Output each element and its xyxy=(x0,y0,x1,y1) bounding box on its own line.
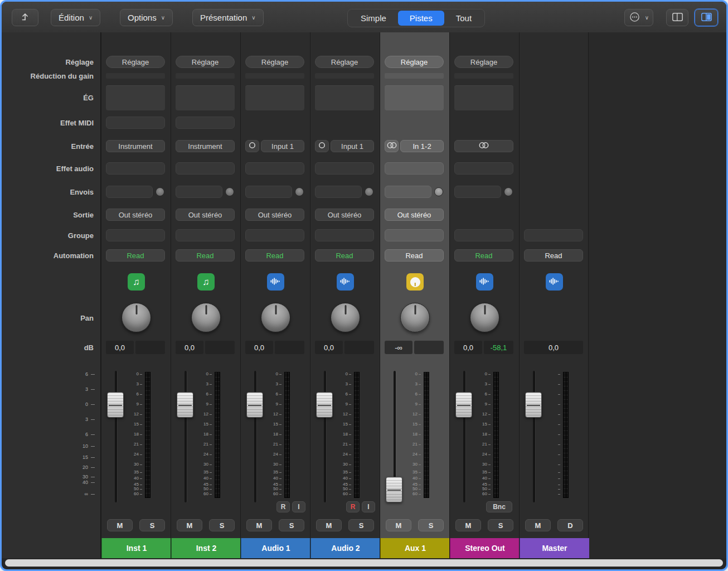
right-pane-toggle-button[interactable] xyxy=(695,9,718,26)
solo-button[interactable]: S xyxy=(279,519,304,531)
volume-db-field[interactable]: 0,0 xyxy=(524,341,583,354)
group-slot[interactable] xyxy=(106,229,165,241)
volume-db-field[interactable]: 0,0 xyxy=(106,341,134,354)
send-level-knob[interactable] xyxy=(365,187,373,196)
channel-settings-button[interactable]: Réglage xyxy=(245,56,304,68)
segment-tout[interactable]: Tout xyxy=(444,11,483,26)
mute-button[interactable]: M xyxy=(177,519,202,531)
left-pane-toggle-button[interactable] xyxy=(666,9,688,26)
record-enable-button[interactable]: R xyxy=(346,501,360,512)
channel-strip-aux-1[interactable]: RéglageIn 1-2Out stéréoRead-∞03691215182… xyxy=(380,32,449,558)
track-name-plate[interactable]: Inst 1 xyxy=(101,538,171,558)
volume-db-field[interactable]: -∞ xyxy=(385,341,412,354)
pan-knob[interactable] xyxy=(470,303,499,332)
channel-settings-button[interactable]: Réglage xyxy=(454,56,513,68)
channel-strip-inst-2[interactable]: RéglageInstrumentOut stéréoRead♫0,003691… xyxy=(171,32,240,558)
input-monitor-button[interactable]: I xyxy=(292,501,305,512)
channel-settings-button[interactable]: Réglage xyxy=(315,56,374,68)
audio-effect-slot[interactable] xyxy=(315,162,374,175)
peak-level-field[interactable] xyxy=(344,341,374,354)
up-arrow-button[interactable] xyxy=(12,9,38,26)
audio-effect-slot[interactable] xyxy=(106,162,165,175)
eq-display-slot[interactable] xyxy=(176,85,235,110)
output-slot[interactable]: Out stéréo xyxy=(106,209,165,221)
track-icon[interactable] xyxy=(406,273,424,291)
eq-display-slot[interactable] xyxy=(245,85,304,110)
track-name-plate[interactable]: Master xyxy=(520,538,589,558)
input-slot[interactable]: Input 1 xyxy=(331,140,374,152)
output-slot[interactable]: Out stéréo xyxy=(315,209,374,221)
mute-button[interactable]: M xyxy=(107,519,133,531)
input-format-button[interactable] xyxy=(245,140,259,152)
track-icon[interactable] xyxy=(476,273,493,291)
eq-display-slot[interactable] xyxy=(315,85,374,110)
send-slot[interactable] xyxy=(176,186,222,198)
input-monitor-button[interactable]: I xyxy=(362,501,375,512)
eq-display-slot[interactable] xyxy=(385,85,444,110)
automation-mode-button[interactable]: Read xyxy=(106,249,165,262)
track-name-plate[interactable]: Audio 1 xyxy=(241,538,310,558)
input-format-button[interactable] xyxy=(385,140,399,152)
track-name-plate[interactable]: Audio 2 xyxy=(310,538,380,558)
input-slot[interactable] xyxy=(454,140,513,152)
input-slot[interactable]: Instrument xyxy=(106,140,165,152)
channel-settings-button[interactable]: Réglage xyxy=(176,56,235,68)
dim-button[interactable]: D xyxy=(557,519,583,531)
channel-settings-button[interactable]: Réglage xyxy=(106,56,165,68)
peak-level-field[interactable] xyxy=(414,341,444,354)
menu-button-pr-sentation[interactable]: Présentation∨ xyxy=(192,9,264,26)
channel-strip-audio-2[interactable]: RéglageInput 1Out stéréoRead0,0036912151… xyxy=(310,32,380,558)
send-level-knob[interactable] xyxy=(225,187,234,196)
mute-button[interactable]: M xyxy=(246,519,272,531)
fader-handle[interactable] xyxy=(177,392,193,418)
track-name-plate[interactable]: Aux 1 xyxy=(380,538,450,558)
fader-handle[interactable] xyxy=(525,392,542,418)
send-level-knob[interactable] xyxy=(504,187,513,196)
channel-strip-stereo-out[interactable]: RéglageRead0,0-58,1036912151821243035404… xyxy=(449,32,519,558)
peak-level-field[interactable] xyxy=(275,341,304,354)
segment-pistes[interactable]: Pistes xyxy=(398,11,444,26)
audio-effect-slot[interactable] xyxy=(385,162,444,175)
group-slot[interactable] xyxy=(315,229,374,241)
midi-effect-slot[interactable] xyxy=(106,117,165,129)
send-level-knob[interactable] xyxy=(156,187,164,196)
input-slot[interactable]: Instrument xyxy=(176,140,235,152)
track-name-plate[interactable]: Inst 2 xyxy=(171,538,241,558)
fader-handle[interactable] xyxy=(386,477,402,502)
fader-handle[interactable] xyxy=(246,392,263,418)
mute-button[interactable]: M xyxy=(316,519,342,531)
fader-handle[interactable] xyxy=(107,392,124,418)
solo-button[interactable]: S xyxy=(418,519,444,531)
send-level-knob[interactable] xyxy=(295,187,304,196)
input-slot[interactable]: In 1-2 xyxy=(400,140,444,152)
solo-button[interactable]: S xyxy=(488,519,513,531)
menu-button-dition[interactable]: Édition∨ xyxy=(51,9,100,26)
mute-button[interactable]: M xyxy=(455,519,481,531)
group-slot[interactable] xyxy=(454,229,513,241)
volume-db-field[interactable]: 0,0 xyxy=(454,341,482,354)
audio-effect-slot[interactable] xyxy=(176,162,235,175)
channel-strip-audio-1[interactable]: RéglageInput 1Out stéréoRead0,0036912151… xyxy=(240,32,310,558)
mute-button[interactable]: M xyxy=(525,519,551,531)
automation-mode-button[interactable]: Read xyxy=(176,249,235,262)
track-name-plate[interactable]: Stereo Out xyxy=(450,538,520,558)
send-slot[interactable] xyxy=(385,186,431,198)
input-slot[interactable]: Input 1 xyxy=(261,140,304,152)
track-icon[interactable] xyxy=(267,273,284,291)
output-slot[interactable]: Out stéréo xyxy=(176,209,235,221)
group-slot[interactable] xyxy=(385,229,444,241)
volume-db-field[interactable]: 0,0 xyxy=(176,341,203,354)
send-slot[interactable] xyxy=(106,186,153,198)
pan-knob[interactable] xyxy=(191,303,221,332)
group-slot[interactable] xyxy=(176,229,235,241)
automation-mode-button[interactable]: Read xyxy=(524,249,583,262)
solo-button[interactable]: S xyxy=(209,519,235,531)
audio-effect-slot[interactable] xyxy=(454,162,513,175)
pan-knob[interactable] xyxy=(261,303,290,332)
record-enable-button[interactable]: R xyxy=(276,501,290,512)
volume-db-field[interactable]: 0,0 xyxy=(315,341,343,354)
channel-settings-button[interactable]: Réglage xyxy=(385,56,444,68)
group-slot[interactable] xyxy=(245,229,304,241)
mute-button[interactable]: M xyxy=(386,519,411,531)
peak-level-field[interactable] xyxy=(135,341,165,354)
